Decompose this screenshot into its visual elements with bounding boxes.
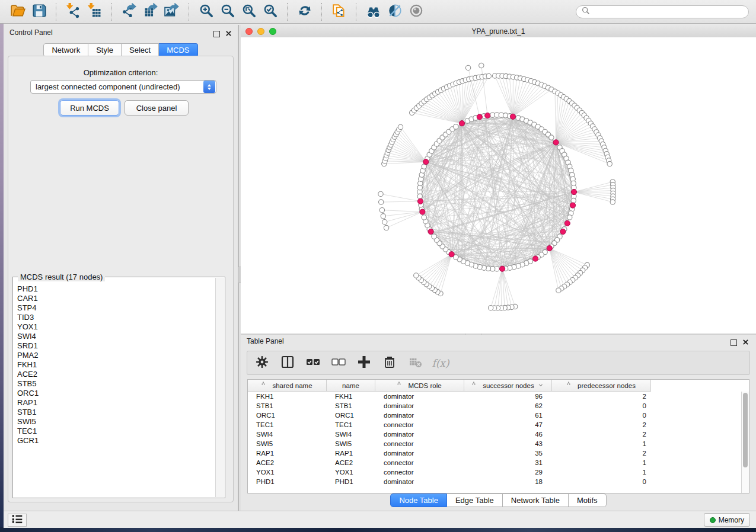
delete-column-button[interactable]	[382, 355, 397, 371]
memory-button[interactable]: Memory	[704, 513, 750, 527]
column-header-successor-nodes[interactable]: successor nodes	[464, 380, 552, 392]
mcds-result-item[interactable]: SWI5	[17, 417, 216, 427]
criterion-dropdown-value: largest connected component (undirected)	[31, 82, 203, 91]
mcds-result-item[interactable]: YOX1	[17, 322, 216, 332]
mcds-result-item[interactable]: STB5	[17, 379, 216, 389]
glasses-slash-button[interactable]	[384, 2, 406, 21]
float-panel-icon[interactable]	[731, 339, 737, 346]
network-canvas[interactable]	[241, 37, 756, 334]
mcds-result-item[interactable]: SWI4	[17, 332, 216, 341]
deselect-all-button[interactable]	[331, 355, 346, 371]
mcds-result-item[interactable]: CAR1	[17, 294, 216, 303]
cell-predecessor_nodes: 2	[552, 421, 651, 428]
mcds-result-item[interactable]: ACE2	[17, 370, 216, 379]
close-panel-icon[interactable]	[225, 28, 232, 39]
cell-shared_name: ACE2	[248, 459, 327, 466]
table-scrollbar-thumb[interactable]	[743, 393, 748, 467]
mcds-result-item[interactable]: TEC1	[17, 427, 216, 436]
mcds-list-scrollbar[interactable]	[215, 278, 224, 497]
float-panel-icon[interactable]	[213, 31, 220, 37]
export-table-button[interactable]	[140, 2, 161, 21]
cell-mcds_role: dominator	[375, 450, 464, 457]
zoom-out-icon	[220, 3, 235, 21]
mcds-result-list[interactable]: PHD1CAR1STP4TID3YOX1SWI4SRD1PMA2FKH1ACE2…	[14, 281, 216, 497]
main-toolbar	[0, 0, 756, 24]
zoom-in-button[interactable]	[196, 2, 217, 21]
close-panel-icon[interactable]	[742, 337, 749, 348]
table-scrollbar[interactable]	[741, 392, 749, 493]
search-input[interactable]	[591, 6, 748, 18]
table-row[interactable]: SWI4SWI4dominator462	[248, 430, 742, 439]
add-column-button[interactable]	[356, 355, 372, 371]
close-panel-button[interactable]: Close panel	[125, 100, 189, 116]
refresh-layout-button[interactable]	[294, 2, 315, 21]
delete-column-icon	[382, 355, 397, 371]
export-image-button[interactable]	[161, 2, 183, 21]
tab-select[interactable]: Select	[122, 43, 159, 57]
tab-style[interactable]: Style	[88, 43, 122, 57]
columns-icon	[280, 355, 295, 371]
table-row[interactable]: RAP1RAP1dominator352	[248, 448, 742, 458]
mcds-result-item[interactable]: STP4	[17, 303, 216, 313]
cell-mcds_role: dominator	[375, 412, 464, 419]
zoom-out-button[interactable]	[217, 2, 238, 21]
cell-mcds_role: connector	[375, 459, 464, 466]
cell-predecessor_nodes: 2	[552, 393, 651, 400]
table-panel: Table Panel f(x) shared namenameMCDS rol…	[241, 335, 756, 511]
import-table-button[interactable]	[84, 2, 106, 21]
mcds-result-item[interactable]: GCR1	[17, 436, 216, 446]
search-input-wrap[interactable]	[576, 5, 749, 18]
network-window-titlebar[interactable]: YPA_prune.txt_1	[241, 25, 756, 38]
tab-network[interactable]: Network	[43, 43, 88, 57]
table-row[interactable]: ORC1ORC1dominator610	[248, 411, 742, 420]
search-icon	[581, 6, 591, 18]
eye-button[interactable]	[406, 2, 427, 21]
run-mcds-button[interactable]: Run MCDS	[60, 100, 119, 116]
gear-button[interactable]	[254, 355, 270, 371]
zoom-fit-button[interactable]	[238, 2, 260, 21]
open-session-button[interactable]	[7, 2, 28, 21]
tab-motifs[interactable]: Motifs	[569, 493, 607, 507]
clone-network-button[interactable]	[328, 2, 350, 21]
network-graph[interactable]	[241, 37, 756, 334]
table-row[interactable]: STB1STB1dominator620	[248, 401, 742, 411]
mcds-result-item[interactable]: STB1	[17, 408, 216, 417]
mcds-result-item[interactable]: SRD1	[17, 341, 216, 351]
mcds-result-item[interactable]: RAP1	[17, 398, 216, 408]
save-session-button[interactable]	[28, 2, 50, 21]
zoom-selected-button[interactable]	[260, 2, 281, 21]
table-row[interactable]: SWI5SWI5connector431	[248, 439, 742, 448]
cell-predecessor_nodes: 1	[552, 459, 651, 466]
deselect-all-icon	[330, 355, 347, 371]
task-history-button[interactable]	[8, 514, 27, 527]
mcds-result-item[interactable]: FKH1	[17, 360, 216, 370]
tab-mcds[interactable]: MCDS	[159, 43, 197, 57]
tab-edge-table[interactable]: Edge Table	[447, 493, 503, 507]
table-row[interactable]: TEC1TEC1connector472	[248, 420, 742, 430]
export-network-button[interactable]	[119, 2, 140, 21]
mcds-result-item[interactable]: ORC1	[17, 389, 216, 398]
column-header-shared-name[interactable]: shared name	[248, 380, 327, 392]
select-all-button[interactable]	[305, 355, 321, 371]
column-label: shared name	[272, 382, 312, 389]
function-button: f(x)	[433, 355, 448, 371]
mcds-result-item[interactable]: PHD1	[17, 284, 216, 294]
table-row[interactable]: FKH1FKH1dominator962	[248, 392, 742, 401]
cell-successor_nodes: 31	[464, 459, 552, 466]
table-row[interactable]: YOX1YOX1connector291	[248, 467, 742, 477]
column-header-name[interactable]: name	[327, 380, 375, 392]
columns-button[interactable]	[280, 355, 295, 371]
table-row[interactable]: PHD1PHD1dominator180	[248, 477, 742, 486]
mcds-result-item[interactable]: PMA2	[17, 351, 216, 360]
memory-status-icon	[710, 517, 716, 523]
tab-node-table[interactable]: Node Table	[390, 493, 447, 507]
cell-successor_nodes: 96	[464, 393, 552, 400]
tab-network-table[interactable]: Network Table	[503, 493, 569, 507]
mcds-result-item[interactable]: TID3	[17, 313, 216, 322]
column-header-predecessor-nodes[interactable]: predecessor nodes	[552, 380, 651, 392]
binoculars-button[interactable]	[363, 2, 384, 21]
table-row[interactable]: ACE2ACE2connector311	[248, 458, 742, 467]
criterion-dropdown[interactable]: largest connected component (undirected)	[30, 80, 216, 94]
import-network-button[interactable]	[63, 2, 84, 21]
column-header-MCDS-role[interactable]: MCDS role	[375, 380, 464, 392]
